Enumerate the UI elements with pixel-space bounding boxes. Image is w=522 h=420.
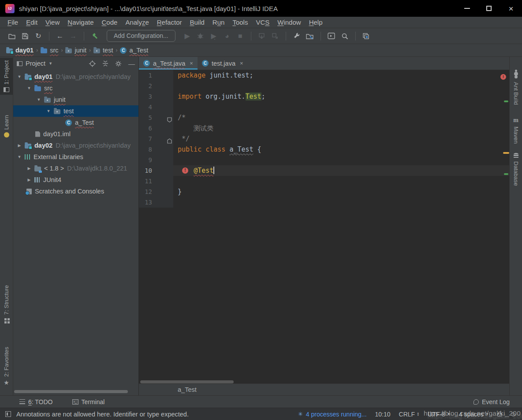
dump-threads-icon[interactable]: [268, 30, 282, 42]
run-icon[interactable]: ▶: [181, 30, 194, 42]
tree-row-external-libraries[interactable]: ▼ External Libraries: [13, 151, 138, 163]
tree-row-a-test[interactable]: C a_Test: [13, 117, 138, 128]
menu-analyze[interactable]: Analyze: [121, 19, 153, 26]
expander-right-icon[interactable]: ▶: [16, 143, 23, 148]
forward-icon[interactable]: →: [67, 30, 80, 42]
tree-row-day02[interactable]: ▶ day02 D:\java_project\shiyan\day: [13, 140, 138, 151]
open-icon[interactable]: [5, 30, 19, 42]
tool-button-database[interactable]: Database: [510, 150, 522, 189]
toggle-toolwindows-icon[interactable]: [5, 411, 11, 417]
title-bar: IJ shiyan [D:\java_project\shiyan] - ...…: [0, 0, 522, 17]
tree-row-scratches[interactable]: Scratches and Consoles: [13, 186, 138, 197]
gear-icon[interactable]: [115, 60, 122, 67]
search-everywhere-icon[interactable]: [338, 30, 351, 42]
close-tab-icon[interactable]: ×: [190, 60, 193, 67]
breadcrumb-a-test[interactable]: C a_Test: [120, 47, 148, 54]
menu-run[interactable]: Run: [209, 19, 229, 26]
menu-help[interactable]: Help: [305, 19, 327, 26]
learn-icon: [4, 132, 9, 138]
tool-button-todo[interactable]: 6: TODO: [19, 398, 53, 405]
close-tab-icon[interactable]: ×: [240, 60, 243, 67]
menu-navigate[interactable]: Navigate: [63, 19, 97, 26]
menu-vcs[interactable]: VCS: [252, 19, 273, 26]
tab-test-java[interactable]: C test.java ×: [198, 57, 248, 70]
breadcrumb-test[interactable]: test: [93, 47, 113, 54]
attach-debugger-icon[interactable]: [255, 30, 268, 42]
tree-row-day01[interactable]: ▼ day01 D:\java_project\shiyan\day: [13, 71, 138, 82]
toolbar-separator: [84, 32, 84, 41]
tool-button-ant-build[interactable]: Ant Build: [510, 66, 522, 108]
warning-marker[interactable]: [503, 152, 509, 154]
run-coverage-icon[interactable]: ▶̣: [207, 30, 220, 42]
expander-down-icon[interactable]: ▼: [16, 155, 23, 159]
breadcrumb-src[interactable]: src: [41, 47, 58, 54]
tree-row-junit4[interactable]: ▶ JUnit4: [13, 174, 138, 186]
collapse-all-icon[interactable]: [102, 60, 108, 67]
breadcrumb-junit[interactable]: junit: [65, 47, 86, 54]
breadcrumb-class[interactable]: a_Test: [178, 386, 197, 393]
expander-down-icon[interactable]: ▼: [26, 86, 33, 90]
sync-icon[interactable]: ↻: [32, 30, 45, 42]
settings-wrench-icon[interactable]: [290, 30, 303, 42]
minimize-button[interactable]: [456, 0, 478, 17]
tree-row-src[interactable]: ▼ src: [13, 82, 138, 94]
menu-view[interactable]: View: [41, 19, 63, 26]
tab-a-test-java[interactable]: C a_Test.java ×: [139, 57, 198, 70]
menu-build[interactable]: Build: [186, 19, 208, 26]
error-intention-icon[interactable]: !: [182, 167, 188, 174]
menu-refactor[interactable]: Refactor: [153, 19, 186, 26]
save-layout-icon[interactable]: [360, 30, 373, 42]
toolbar-separator: [321, 32, 321, 41]
code-line: 5 /*: [139, 112, 509, 123]
project-panel-title[interactable]: Project: [26, 60, 45, 67]
menu-edit[interactable]: Edit: [22, 19, 41, 26]
expander-down-icon[interactable]: ▼: [16, 74, 23, 79]
expander-right-icon[interactable]: ▶: [26, 178, 33, 182]
class-icon: C: [120, 47, 127, 54]
tool-button-favorites[interactable]: 2: Favorites ★: [0, 344, 13, 388]
profiler-icon[interactable]: ◕: [220, 30, 234, 42]
breadcrumb-separator: ›: [89, 47, 91, 53]
tree-row-jdk[interactable]: ▶ < 1.8 > D:\Java\jdk1.8.0_221: [13, 163, 138, 174]
close-button[interactable]: ×: [500, 0, 522, 17]
tree-row-day01-iml[interactable]: day01.iml: [13, 128, 138, 140]
tree-row-test[interactable]: ▼ test: [13, 105, 138, 117]
expander-right-icon[interactable]: ▶: [26, 166, 33, 171]
tool-button-project[interactable]: 1: Project: [0, 58, 13, 95]
menu-tools[interactable]: Tools: [228, 19, 252, 26]
main-toolbar: ↻ ← → Add Configuration... ▶ ▶̣ ◕ ■: [0, 28, 522, 44]
event-log-button[interactable]: Event Log: [474, 398, 510, 405]
breadcrumb-day01[interactable]: day01: [6, 47, 34, 54]
project-horizontal-scrollbar[interactable]: [14, 390, 128, 393]
tool-button-maven[interactable]: m Maven: [510, 114, 522, 146]
module-file-icon: [35, 131, 40, 137]
tool-button-learn[interactable]: Learn: [0, 112, 13, 140]
run-anything-icon[interactable]: [325, 30, 338, 42]
code-editor[interactable]: 1 package junit.test; 2 3 import org.jun…: [139, 70, 509, 383]
menu-file[interactable]: File: [4, 19, 22, 26]
background-processes-link[interactable]: ✳ 4 processes running...: [298, 411, 367, 418]
change-marker[interactable]: [504, 100, 508, 102]
tool-button-structure[interactable]: 7: Structure: [0, 282, 13, 326]
code-line: 3 import org.junit.Test;: [139, 91, 509, 102]
menu-code[interactable]: Code: [98, 19, 122, 26]
editor-horizontal-scrollbar[interactable]: [140, 380, 234, 383]
stop-icon[interactable]: ■: [234, 30, 247, 42]
expander-down-icon[interactable]: ▼: [35, 97, 42, 102]
debug-icon[interactable]: [194, 30, 207, 42]
change-marker[interactable]: [504, 173, 508, 175]
project-structure-icon[interactable]: [303, 30, 317, 42]
menu-window[interactable]: Window: [273, 19, 305, 26]
run-configuration-select[interactable]: Add Configuration...: [107, 30, 175, 42]
expander-down-icon[interactable]: ▼: [45, 109, 52, 113]
tool-button-terminal[interactable]: ›_ Terminal: [72, 398, 105, 405]
hide-panel-icon[interactable]: —: [128, 60, 135, 67]
error-count-badge[interactable]: !: [500, 74, 506, 80]
line-separator-widget[interactable]: CRLF ▲▼: [399, 411, 420, 418]
locate-file-icon[interactable]: [89, 60, 96, 67]
build-hammer-icon[interactable]: [88, 30, 101, 42]
maximize-button[interactable]: [478, 0, 500, 17]
save-all-icon[interactable]: [19, 30, 32, 42]
back-icon[interactable]: ←: [53, 30, 67, 42]
tree-row-junit[interactable]: ▼ junit: [13, 94, 138, 105]
